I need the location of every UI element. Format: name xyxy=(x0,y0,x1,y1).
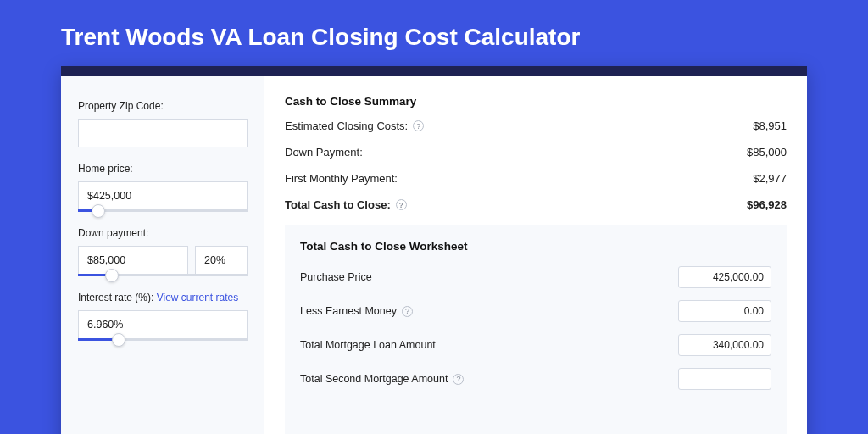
worksheet-value-input[interactable] xyxy=(678,334,771,356)
interest-slider-thumb[interactable] xyxy=(112,333,125,347)
home-price-slider[interactable] xyxy=(78,209,248,212)
down-payment-label: Down payment: xyxy=(78,227,248,239)
zip-input[interactable] xyxy=(78,119,248,147)
down-payment-field-group: Down payment: xyxy=(78,227,248,276)
interest-field-group: Interest rate (%): View current rates xyxy=(78,292,248,341)
down-payment-slider[interactable] xyxy=(78,274,248,276)
inputs-sidebar: Property Zip Code: Home price: Down paym… xyxy=(61,76,264,434)
home-price-label: Home price: xyxy=(78,163,248,175)
summary-row-label: Down Payment: xyxy=(285,146,363,159)
down-payment-input[interactable] xyxy=(78,246,188,275)
interest-slider[interactable] xyxy=(78,338,248,341)
worksheet-row-label: Total Mortgage Loan Amount xyxy=(300,339,436,351)
worksheet-value-input[interactable] xyxy=(678,300,771,322)
page-title: Trent Woods VA Loan Closing Cost Calcula… xyxy=(61,24,807,51)
home-price-field-group: Home price: xyxy=(78,163,248,212)
worksheet-value-input[interactable] xyxy=(678,266,771,288)
worksheet-row-label-text: Total Second Mortgage Amount xyxy=(300,373,448,385)
summary-total-label-text: Total Cash to Close: xyxy=(285,198,391,211)
summary-row-label-text: Down Payment: xyxy=(285,146,363,159)
summary-rows: Estimated Closing Costs:?$8,951Down Paym… xyxy=(285,120,787,185)
results-area: Cash to Close Summary Estimated Closing … xyxy=(264,76,807,434)
zip-field-group: Property Zip Code: xyxy=(78,100,248,147)
down-payment-percent-input[interactable] xyxy=(195,246,248,275)
worksheet-row-label: Total Second Mortgage Amount? xyxy=(300,373,464,385)
worksheet-row: Total Second Mortgage Amount? xyxy=(300,368,771,390)
interest-label-text: Interest rate (%): xyxy=(78,292,153,303)
summary-title: Cash to Close Summary xyxy=(285,95,787,108)
worksheet-row-label: Purchase Price xyxy=(300,271,372,283)
summary-total-value: $96,928 xyxy=(747,198,787,211)
summary-row-value: $85,000 xyxy=(747,146,787,159)
worksheet-row-label: Less Earnest Money? xyxy=(300,305,413,317)
down-payment-row xyxy=(78,246,248,275)
summary-total-row: Total Cash to Close: ? $96,928 xyxy=(285,198,787,211)
summary-row: Estimated Closing Costs:?$8,951 xyxy=(285,120,787,132)
worksheet-value-input[interactable] xyxy=(678,368,771,390)
summary-row-value: $8,951 xyxy=(753,120,787,132)
worksheet-row-label-text: Total Mortgage Loan Amount xyxy=(300,339,436,351)
worksheet-row: Purchase Price xyxy=(300,266,771,288)
summary-total-label: Total Cash to Close: ? xyxy=(285,198,407,211)
calculator-panel: Property Zip Code: Home price: Down paym… xyxy=(61,66,807,434)
summary-row: First Monthly Payment:$2,977 xyxy=(285,172,787,185)
worksheet-row: Less Earnest Money? xyxy=(300,300,771,322)
interest-input[interactable] xyxy=(78,310,248,339)
help-icon[interactable]: ? xyxy=(396,199,407,210)
summary-row-label: First Monthly Payment: xyxy=(285,172,398,185)
interest-label: Interest rate (%): View current rates xyxy=(78,292,248,303)
help-icon[interactable]: ? xyxy=(453,374,464,385)
worksheet-row-label-text: Purchase Price xyxy=(300,271,372,283)
summary-row-label-text: Estimated Closing Costs: xyxy=(285,120,408,132)
worksheet-panel: Total Cash to Close Worksheet Purchase P… xyxy=(285,225,787,434)
calculator-body: Property Zip Code: Home price: Down paym… xyxy=(61,76,807,434)
view-rates-link[interactable]: View current rates xyxy=(157,292,239,303)
home-price-slider-thumb[interactable] xyxy=(92,204,105,218)
worksheet-row-label-text: Less Earnest Money xyxy=(300,305,397,317)
worksheet-rows: Purchase PriceLess Earnest Money?Total M… xyxy=(300,266,771,390)
help-icon[interactable]: ? xyxy=(402,306,413,317)
help-icon[interactable]: ? xyxy=(413,120,424,131)
summary-row-label-text: First Monthly Payment: xyxy=(285,172,398,185)
summary-row-value: $2,977 xyxy=(753,172,787,185)
zip-label: Property Zip Code: xyxy=(78,100,248,112)
down-payment-slider-thumb[interactable] xyxy=(105,269,119,282)
worksheet-row: Total Mortgage Loan Amount xyxy=(300,334,771,356)
summary-row-label: Estimated Closing Costs:? xyxy=(285,120,424,132)
summary-row: Down Payment:$85,000 xyxy=(285,146,787,159)
worksheet-title: Total Cash to Close Worksheet xyxy=(300,240,771,253)
